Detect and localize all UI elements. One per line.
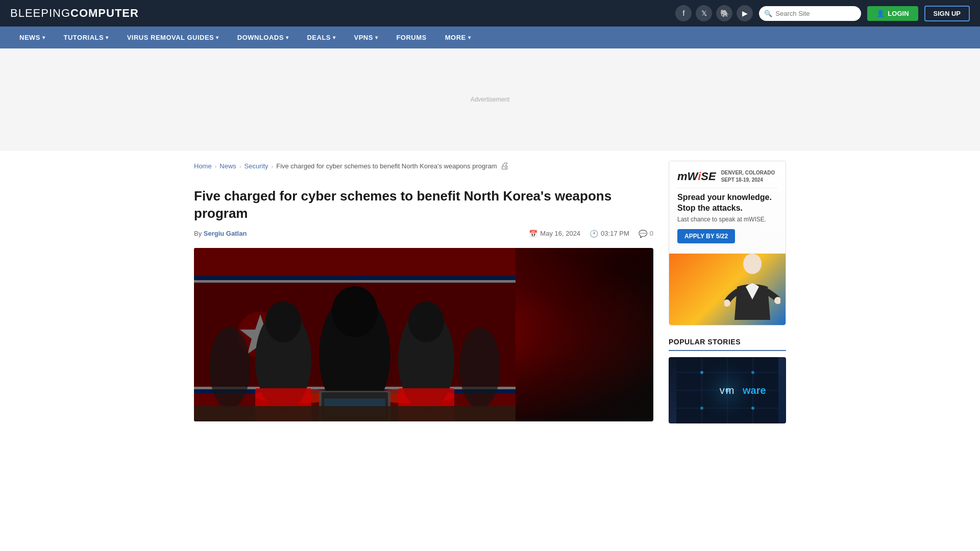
- breadcrumb-news[interactable]: News: [219, 162, 236, 170]
- signup-button[interactable]: SIGN UP: [924, 6, 970, 21]
- print-icon[interactable]: 🖨: [500, 161, 509, 171]
- social-icons: f 𝕏 🐘 ▶: [675, 5, 753, 21]
- comments-count[interactable]: 💬 0: [639, 230, 653, 238]
- svg-point-27: [743, 254, 762, 274]
- sidebar: mWiSE DENVER, COLORADO SEPT 18-19, 2024 …: [669, 161, 786, 423]
- svg-rect-26: [194, 406, 516, 421]
- sidebar-ad-inner: mWiSE DENVER, COLORADO SEPT 18-19, 2024 …: [669, 161, 786, 325]
- calendar-icon: 📅: [529, 230, 537, 238]
- svg-point-17: [332, 286, 378, 337]
- ad-brand-name: mWiSE: [677, 170, 716, 183]
- ad-subtext: Last chance to speak at mWISE.: [677, 216, 777, 223]
- article-title: Five charged for cyber schemes to benefi…: [194, 188, 653, 222]
- breadcrumb-security[interactable]: Security: [244, 162, 268, 170]
- ad-headline: Spread your knowledge. Stop the attacks.: [677, 192, 777, 214]
- nav-item-virus-removal[interactable]: VIRUS REMOVAL GUIDES ▾: [118, 27, 228, 48]
- nav-item-downloads[interactable]: DOWNLOADS ▾: [228, 27, 298, 48]
- nav-arrow-tutorials: ▾: [106, 35, 109, 40]
- article-author: By Sergiu Gatlan: [194, 230, 247, 237]
- logo-light: BLEEPING: [10, 7, 70, 19]
- content-area: Home › News › Security › Five charged fo…: [194, 161, 653, 423]
- ad-brand-highlight: i: [698, 170, 701, 183]
- search-icon: 🔍: [764, 10, 772, 17]
- ad-location-line2: SEPT 18-19, 2024: [721, 177, 775, 184]
- facebook-icon[interactable]: f: [675, 5, 692, 21]
- nav-item-more[interactable]: MORE ▾: [436, 27, 480, 48]
- svg-point-14: [265, 302, 301, 342]
- article-time: 🕐 03:17 PM: [590, 230, 629, 238]
- youtube-icon[interactable]: ▶: [737, 5, 753, 21]
- clock-icon: 🕐: [590, 230, 598, 238]
- breadcrumb: Home › News › Security › Five charged fo…: [194, 161, 509, 171]
- popular-stories-title: POPULAR STORIES: [669, 338, 786, 351]
- comment-icon: 💬: [639, 230, 647, 238]
- site-logo[interactable]: BLEEPINGCOMPUTER: [10, 7, 139, 20]
- nav-arrow-deals: ▾: [333, 35, 336, 40]
- nav-item-forums[interactable]: FORUMS: [387, 27, 435, 48]
- nav-item-news[interactable]: NEWS ▾: [10, 27, 55, 48]
- vmware-story-image: vm ware: [676, 357, 778, 423]
- twitter-icon[interactable]: 𝕏: [696, 5, 712, 21]
- svg-point-23: [209, 327, 250, 409]
- breadcrumb-sep-3: ›: [272, 163, 274, 169]
- time-text: 03:17 PM: [601, 230, 629, 237]
- hero-svg: [194, 248, 516, 421]
- search-input[interactable]: [759, 6, 861, 21]
- svg-point-24: [459, 327, 500, 409]
- meta-right: 📅 May 16, 2024 🕐 03:17 PM 💬 0: [529, 230, 653, 238]
- breadcrumb-sep-1: ›: [215, 163, 217, 169]
- nav-arrow-downloads: ▾: [286, 35, 289, 40]
- search-box: 🔍: [759, 6, 861, 21]
- site-header: BLEEPINGCOMPUTER f 𝕏 🐘 ▶ 🔍 👤 LOGIN SIGN …: [0, 0, 980, 27]
- speaker-silhouette-svg: [724, 254, 780, 320]
- ad-location-line1: DENVER, COLORADO: [721, 169, 775, 177]
- nav-arrow-vpns: ▾: [375, 35, 378, 40]
- main-container: Home › News › Security › Five charged fo…: [184, 151, 796, 434]
- breadcrumb-home[interactable]: Home: [194, 162, 212, 170]
- article-hero-image: [194, 248, 653, 421]
- ad-location: DENVER, COLORADO SEPT 18-19, 2024: [721, 169, 775, 184]
- nav-item-tutorials[interactable]: TUTORIALS ▾: [55, 27, 118, 48]
- sidebar-ad: mWiSE DENVER, COLORADO SEPT 18-19, 2024 …: [669, 161, 786, 325]
- ad-banner-top: Advertisement: [0, 48, 980, 151]
- svg-point-44: [697, 360, 758, 421]
- user-icon: 👤: [876, 10, 885, 17]
- popular-stories: POPULAR STORIES: [669, 338, 786, 423]
- article-date: 📅 May 16, 2024: [529, 230, 580, 238]
- author-link[interactable]: Sergiu Gatlan: [204, 230, 247, 237]
- breadcrumb-current: Five charged for cyber schemes to benefi…: [276, 162, 497, 170]
- ad-speaker-area: [669, 254, 786, 325]
- nav-arrow-virus: ▾: [216, 35, 219, 40]
- comments-number: 0: [650, 230, 653, 237]
- svg-point-21: [408, 302, 444, 342]
- ad-cta-button[interactable]: APPLY BY 5/22: [677, 229, 735, 243]
- article-meta: By Sergiu Gatlan 📅 May 16, 2024 🕐 03:17 …: [194, 230, 653, 238]
- mastodon-icon[interactable]: 🐘: [716, 5, 732, 21]
- nav-arrow-news: ▾: [42, 35, 45, 40]
- nav-item-deals[interactable]: DEALS ▾: [298, 27, 345, 48]
- date-text: May 16, 2024: [540, 230, 580, 237]
- header-right: f 𝕏 🐘 ▶ 🔍 👤 LOGIN SIGN UP: [675, 5, 970, 21]
- breadcrumb-sep-2: ›: [239, 163, 241, 169]
- logo-bold: COMPUTER: [70, 7, 139, 19]
- popular-story-thumb-1[interactable]: vm ware: [669, 357, 786, 423]
- login-button[interactable]: 👤 LOGIN: [867, 6, 918, 21]
- nav-item-vpns[interactable]: VPNS ▾: [345, 27, 387, 48]
- nav-arrow-more: ▾: [468, 35, 471, 40]
- main-nav: NEWS ▾ TUTORIALS ▾ VIRUS REMOVAL GUIDES …: [0, 27, 980, 48]
- ad-brand-row: mWiSE DENVER, COLORADO SEPT 18-19, 2024: [677, 169, 777, 188]
- ad-placeholder-text: Advertisement: [471, 96, 510, 103]
- breadcrumb-row: Home › News › Security › Five charged fo…: [194, 161, 653, 180]
